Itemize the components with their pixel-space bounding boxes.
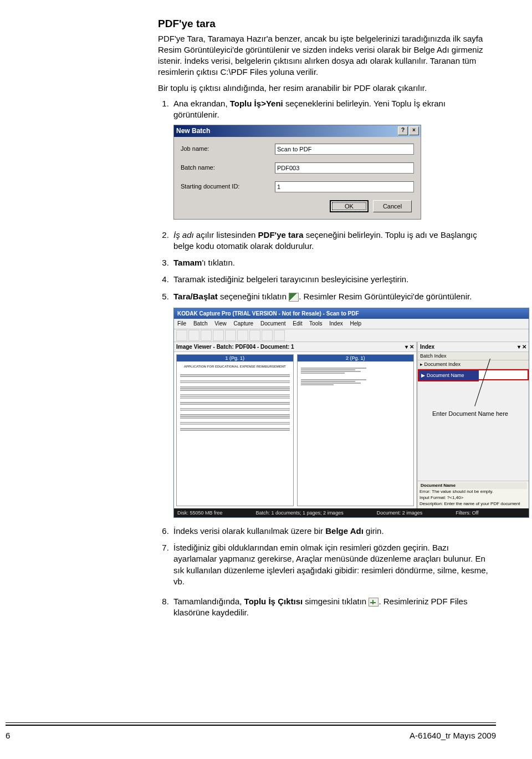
cancel-button[interactable]: Cancel <box>373 200 412 212</box>
error-panel: Document Name Error: The value should no… <box>418 481 529 508</box>
app-menubar[interactable]: File Batch View Capture Document Edit To… <box>174 319 529 329</box>
status-disk: Disk: 55050 MB free <box>177 510 223 516</box>
document-name-field-label: ▶ Document Name <box>418 369 479 381</box>
page-tab-1: 1 (Pg. 1) <box>177 355 293 361</box>
document-id: A-61640_tr Mayıs 2009 <box>410 730 496 741</box>
app-toolbar[interactable] <box>174 329 529 342</box>
page-number: 6 <box>6 730 10 741</box>
menu-edit[interactable]: Edit <box>293 320 302 327</box>
document-index-label: ▸ Document Index <box>418 360 529 369</box>
app-titlebar: KODAK Capture Pro (TRIAL VERSION - Not f… <box>174 308 529 319</box>
status-filters: Filters: Off <box>456 510 478 516</box>
viewer-header-controls[interactable]: ▾ ✕ <box>405 343 414 351</box>
new-batch-dialog: New Batch ? × Job name: Batch name: <box>173 125 421 219</box>
step-3: Tamam'ı tıklatın. <box>171 257 493 268</box>
toolbar-icon[interactable] <box>249 330 260 341</box>
dialog-title-text: New Batch <box>176 126 210 135</box>
step-4: Taramak istediğiniz belgeleri tarayıcını… <box>171 274 493 285</box>
job-name-label: Job name: <box>181 145 275 153</box>
step-5: Tara/Başlat seçeneğini tıklatın . Resiml… <box>171 291 493 518</box>
batch-index-label: Batch Index <box>418 352 529 360</box>
doc-heading-1: APPLICATION FOR EDUCATIONAL EXPENSE REIM… <box>180 365 290 369</box>
index-tab-label[interactable]: Index <box>420 343 434 351</box>
page-tab-2: 2 (Pg. 1) <box>298 355 414 361</box>
dialog-titlebar: New Batch ? × <box>174 125 421 136</box>
intro-paragraph-1: PDF'ye Tara, Taramaya Hazır'a benzer, an… <box>158 33 493 78</box>
status-bar: Disk: 55050 MB free Batch: 1 documents; … <box>174 508 529 517</box>
step-1: Ana ekrandan, Toplu İş>Yeni seçeneklerin… <box>171 98 493 220</box>
menu-help[interactable]: Help <box>350 320 362 327</box>
menu-file[interactable]: File <box>177 320 186 327</box>
footer-rule <box>6 722 496 726</box>
menu-capture[interactable]: Capture <box>234 320 254 327</box>
page-thumbnail-2[interactable]: 2 (Pg. 1) <box>297 354 415 506</box>
close-icon[interactable]: × <box>409 126 419 135</box>
index-panel-controls[interactable]: ▾ ✕ <box>518 343 526 351</box>
menu-document[interactable]: Document <box>260 320 286 327</box>
menu-batch[interactable]: Batch <box>193 320 208 327</box>
menu-view[interactable]: View <box>214 320 227 327</box>
batch-name-input[interactable] <box>275 162 414 174</box>
page-title: PDF'ye tara <box>158 17 493 31</box>
menu-tools[interactable]: Tools <box>309 320 322 327</box>
capture-pro-window: KODAK Capture Pro (TRIAL VERSION - Not f… <box>173 308 529 518</box>
status-document: Document: 2 images <box>377 510 423 516</box>
toolbar-icon[interactable] <box>274 330 285 341</box>
help-icon[interactable]: ? <box>398 126 408 135</box>
toolbar-icon[interactable] <box>225 330 236 341</box>
step-8: Tamamlandığında, Toplu İş Çıktısı simges… <box>171 596 493 619</box>
start-id-label: Starting document ID: <box>181 182 275 191</box>
start-id-input[interactable] <box>275 181 414 192</box>
toolbar-icon[interactable] <box>237 330 248 341</box>
status-batch: Batch: 1 documents; 1 pages; 2 images <box>256 510 344 516</box>
toolbar-icon[interactable] <box>176 330 187 341</box>
step-7: İstediğiniz gibi olduklarından emin olma… <box>171 542 493 587</box>
toolbar-icon[interactable] <box>262 330 273 341</box>
job-name-input[interactable] <box>275 144 414 155</box>
toolbar-icon[interactable] <box>213 330 224 341</box>
app-title-text: KODAK Capture Pro (TRIAL VERSION - Not f… <box>177 310 359 318</box>
annotation-text: Enter Document Name here <box>432 410 508 418</box>
intro-paragraph-2: Bir toplu iş çıktısı alındığında, her re… <box>158 83 493 94</box>
scan-start-icon <box>289 293 299 302</box>
page-thumbnail-1[interactable]: 1 (Pg. 1) APPLICATION FOR EDUCATIONAL EX… <box>176 354 294 506</box>
batch-output-icon <box>369 598 378 607</box>
image-viewer-area[interactable]: 1 (Pg. 1) APPLICATION FOR EDUCATIONAL EX… <box>174 352 416 508</box>
step-6: İndeks verisi olarak kullanılmak üzere b… <box>171 526 493 537</box>
ok-button[interactable]: OK <box>330 200 369 212</box>
index-panel: Index ▾ ✕ Batch Index ▸ Document Index ▶… <box>418 342 529 508</box>
batch-name-label: Batch name: <box>181 164 275 172</box>
toolbar-icon[interactable] <box>188 330 200 341</box>
viewer-header-text: Image Viewer - Batch: PDF004 - Document:… <box>176 343 294 351</box>
step-2: İş adı açılır listesinden PDF'ye tara se… <box>171 230 493 252</box>
menu-index[interactable]: Index <box>329 320 342 327</box>
toolbar-icon[interactable] <box>201 330 212 341</box>
